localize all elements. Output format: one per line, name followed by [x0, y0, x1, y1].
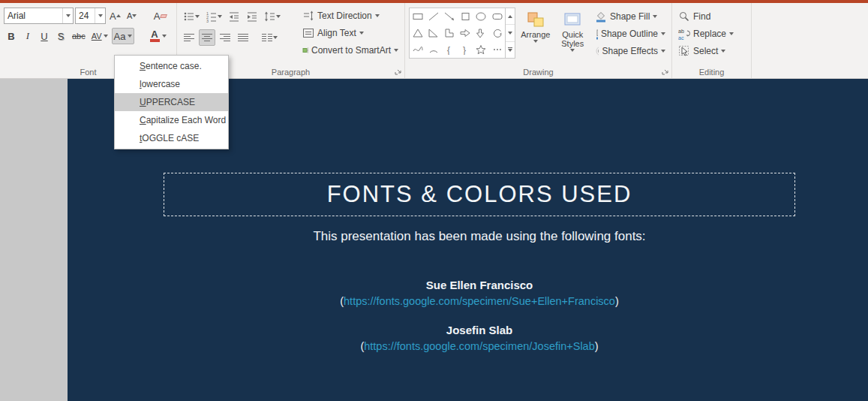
arrange-icon: [526, 10, 545, 29]
font-size-combo[interactable]: 24: [75, 8, 106, 24]
find-label: Find: [693, 11, 710, 22]
clear-formatting-button[interactable]: A: [152, 8, 170, 24]
shape-l-shape-icon[interactable]: [443, 28, 455, 38]
numbering-arrow-icon: [218, 15, 222, 18]
svg-text:}: }: [463, 45, 466, 56]
convert-smartart-label: Convert to SmartArt: [311, 45, 391, 56]
columns-button[interactable]: [259, 29, 280, 46]
menu-item-access-key: S: [140, 61, 146, 71]
shape-left-brace-icon[interactable]: {: [443, 44, 455, 55]
justify-button[interactable]: [235, 29, 251, 46]
shape-arrow-right-icon[interactable]: [459, 28, 471, 38]
menu-item-text: PPERCASE: [146, 97, 195, 107]
character-spacing-button[interactable]: AV: [89, 28, 110, 44]
left-gutter: [0, 79, 68, 401]
shape-more-dots-icon[interactable]: [491, 44, 503, 55]
shapes-more-button[interactable]: [506, 42, 515, 58]
change-case-button[interactable]: Aa: [112, 28, 134, 44]
shape-line-arrow-icon[interactable]: [443, 11, 455, 22]
drawing-dialog-launcher[interactable]: [661, 67, 670, 76]
font-color-icon: A: [150, 30, 160, 42]
menu-item-text: entence case.: [146, 61, 202, 71]
svg-text:ac: ac: [678, 35, 684, 41]
change-case-arrow-icon: [128, 35, 132, 38]
text-direction-button[interactable]: Text Direction: [300, 8, 401, 24]
font-size-dropdown-icon[interactable]: [95, 8, 105, 23]
shape-rectangle-icon[interactable]: [412, 11, 424, 22]
shapes-gallery-scrollbar: [505, 8, 515, 58]
shapes-scroll-up-button[interactable]: [506, 8, 515, 25]
strikethrough-button[interactable]: abc: [70, 28, 88, 44]
shape-square-icon[interactable]: [459, 11, 471, 22]
font-color-swatch: [150, 39, 160, 42]
slide-title-box[interactable]: FONTS & COLORS USED: [164, 173, 795, 216]
shapes-scroll-down-button[interactable]: [506, 25, 515, 41]
font-entry-name: Josefin Slab: [164, 324, 795, 336]
dialog-launcher-icon: [395, 68, 402, 75]
numbering-button[interactable]: 123: [203, 8, 224, 25]
increase-indent-button[interactable]: [244, 8, 260, 25]
slide-intro-text: This presentation has been made using th…: [164, 229, 795, 244]
font-color-arrow-icon: [162, 35, 167, 38]
font-name-dropdown-icon[interactable]: [62, 8, 73, 23]
menu-item-text: owercase: [142, 79, 180, 89]
case-menu-item[interactable]: lowercase: [115, 75, 228, 93]
shape-right-triangle-icon[interactable]: [428, 28, 440, 38]
case-menu-item[interactable]: Sentence case.: [115, 57, 228, 75]
italic-button[interactable]: I: [20, 28, 35, 44]
replace-button[interactable]: abac Replace: [676, 26, 747, 42]
bold-label: B: [8, 31, 14, 42]
font-link[interactable]: https://fonts.google.com/specimen/Sue+El…: [344, 295, 615, 307]
shape-fill-button[interactable]: Shape Fill: [593, 8, 668, 25]
align-right-button[interactable]: [217, 29, 233, 46]
bullets-button[interactable]: [181, 8, 202, 25]
quick-styles-button[interactable]: Quick Styles: [556, 8, 590, 66]
font-color-button[interactable]: A: [148, 28, 169, 44]
search-icon: [678, 11, 690, 23]
editing-group-label: Editing: [672, 68, 751, 77]
align-left-button[interactable]: [181, 29, 197, 46]
select-button[interactable]: Select: [676, 43, 747, 59]
text-shadow-button[interactable]: S: [53, 28, 68, 44]
select-label: Select: [693, 46, 718, 56]
shape-scribble-icon[interactable]: [412, 44, 424, 55]
shape-arc-icon[interactable]: [428, 44, 440, 55]
svg-text:3: 3: [206, 19, 209, 23]
find-button[interactable]: Find: [676, 8, 747, 25]
shape-right-brace-icon[interactable]: }: [459, 44, 471, 55]
paragraph-dialog-launcher[interactable]: [394, 67, 403, 76]
shape-outline-button[interactable]: Shape Outline: [593, 26, 668, 42]
align-center-button[interactable]: [199, 29, 215, 46]
grow-font-letter: A: [110, 11, 116, 22]
line-spacing-button[interactable]: [262, 8, 283, 25]
shape-effects-button[interactable]: Shape Effects: [593, 43, 668, 59]
font-link[interactable]: https://fonts.google.com/specimen/Josefi…: [364, 340, 595, 352]
shape-triangle-icon[interactable]: [412, 28, 424, 38]
case-menu-item[interactable]: UPPERCASE: [115, 93, 228, 111]
underline-button[interactable]: U: [37, 28, 52, 44]
case-menu-item[interactable]: Capitalize Each Word: [115, 111, 228, 129]
convert-smartart-button[interactable]: Convert to SmartArt: [300, 42, 401, 59]
decrease-indent-button[interactable]: [226, 8, 242, 25]
grow-font-button[interactable]: A: [107, 8, 123, 24]
case-menu-item[interactable]: tOGGLE cASE: [115, 129, 228, 147]
shape-arrow-down-icon[interactable]: [475, 28, 487, 38]
shape-oval-icon[interactable]: [475, 11, 487, 22]
shape-fill-arrow-icon: [653, 15, 657, 18]
columns-icon: [261, 32, 273, 43]
shape-star-icon[interactable]: [475, 44, 487, 55]
shape-circular-arrow-icon[interactable]: [491, 28, 503, 38]
arrange-button[interactable]: Arrange: [518, 8, 552, 66]
shrink-font-button[interactable]: A: [125, 8, 140, 24]
select-cursor-icon: [678, 45, 690, 57]
bold-button[interactable]: B: [4, 28, 19, 44]
shape-effects-label: Shape Effects: [602, 46, 658, 56]
align-text-button[interactable]: Align Text: [300, 25, 401, 41]
change-case-menu: Sentence case. lowercase UPPERCASE Capit…: [114, 55, 229, 149]
menu-item-access-key: U: [140, 97, 146, 107]
shape-rounded-rectangle-icon[interactable]: [491, 11, 503, 22]
shape-line-icon[interactable]: [428, 11, 440, 22]
smartart-icon: [302, 44, 308, 56]
shape-fill-icon: [595, 11, 607, 23]
font-name-combo[interactable]: Arial: [4, 8, 74, 24]
